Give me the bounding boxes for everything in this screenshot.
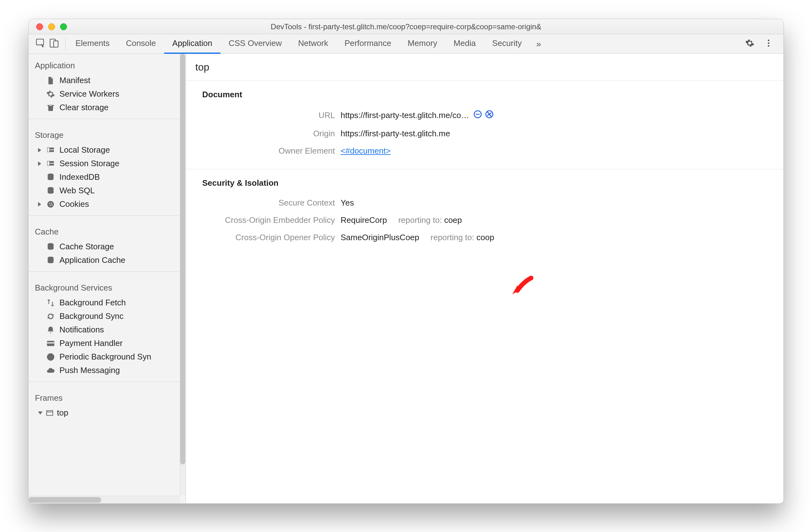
- sidebar-item-clear-storage[interactable]: Clear storage: [29, 101, 186, 114]
- tabs-overflow-icon[interactable]: »: [530, 39, 548, 49]
- settings-icon[interactable]: [745, 38, 754, 50]
- row-secure-context: Secure Context Yes: [202, 194, 783, 212]
- expand-icon[interactable]: [38, 148, 41, 152]
- cookie-icon: [46, 200, 55, 209]
- reveal-icon[interactable]: [473, 110, 482, 119]
- scrollbar-thumb[interactable]: [29, 497, 101, 503]
- row-label: Secure Context: [202, 198, 340, 208]
- owner-element-link[interactable]: <#document>: [340, 146, 391, 156]
- group-title: Document: [202, 90, 783, 106]
- sidebar-item-periodic-sync[interactable]: Periodic Background Syn: [29, 350, 186, 364]
- sidebar-item-background-fetch[interactable]: Background Fetch: [29, 296, 186, 309]
- tab-elements[interactable]: Elements: [67, 34, 118, 54]
- collapse-icon[interactable]: [38, 411, 42, 415]
- database-icon: [46, 242, 55, 251]
- tab-label: Console: [126, 38, 156, 48]
- svg-point-5: [768, 45, 770, 46]
- kebab-menu-icon[interactable]: [764, 38, 773, 50]
- database-icon: [46, 173, 55, 182]
- tab-application[interactable]: Application: [164, 34, 220, 54]
- group-title: Security & Isolation: [202, 178, 783, 194]
- titlebar: DevTools - first-party-test.glitch.me/co…: [29, 19, 783, 34]
- device-toolbar-icon[interactable]: [49, 38, 59, 51]
- sidebar-item-manifest[interactable]: Manifest: [29, 74, 186, 87]
- sidebar-item-session-storage[interactable]: Session Storage: [29, 157, 186, 170]
- tab-network[interactable]: Network: [290, 34, 336, 54]
- group-document: Document URL https://first-party-test.gl…: [186, 81, 783, 163]
- coep-value: RequireCorp: [340, 215, 387, 225]
- sidebar-item-service-workers[interactable]: Service Workers: [29, 87, 186, 101]
- panel-header: top: [186, 54, 783, 81]
- annotation-arrow: [510, 274, 535, 299]
- trash-icon: [46, 103, 55, 112]
- traffic-lights: [29, 23, 67, 30]
- sidebar-item-background-sync[interactable]: Background Sync: [29, 309, 186, 323]
- toolbar: Elements Console Application CSS Overvie…: [29, 34, 783, 54]
- sidebar-scrollbar-horizontal[interactable]: [29, 496, 180, 503]
- sidebar-item-application-cache[interactable]: Application Cache: [29, 253, 186, 267]
- clock-icon: [46, 353, 55, 361]
- row-url: URL https://first-party-test.glitch.me/c…: [202, 106, 783, 125]
- tab-css-overview[interactable]: CSS Overview: [220, 34, 290, 54]
- sidebar-section-cache: Cache: [29, 220, 186, 240]
- zoom-window-button[interactable]: [60, 23, 67, 30]
- url-value: https://first-party-test.glitch.me/co…: [340, 111, 469, 120]
- sidebar-item-payment-handler[interactable]: Payment Handler: [29, 337, 186, 350]
- frame-icon: [46, 409, 54, 417]
- svg-point-3: [768, 39, 770, 41]
- network-icon[interactable]: [484, 110, 494, 119]
- tab-label: Elements: [75, 38, 110, 48]
- window-title: DevTools - first-party-test.glitch.me/co…: [29, 22, 783, 31]
- origin-value: https://first-party-test.glitch.me: [340, 129, 450, 139]
- row-owner-element: Owner Element <#document>: [202, 142, 783, 159]
- sidebar-item-web-sql[interactable]: Web SQL: [29, 184, 186, 197]
- tab-label: Security: [492, 38, 522, 48]
- row-label: Cross-Origin Embedder Policy: [202, 215, 340, 225]
- sidebar-item-local-storage[interactable]: Local Storage: [29, 143, 186, 157]
- expand-icon[interactable]: [38, 202, 41, 207]
- sidebar-item-label: top: [57, 408, 68, 418]
- main-panel: top Document URL https://first-party-tes…: [186, 54, 783, 503]
- expand-icon[interactable]: [38, 162, 41, 166]
- coep-reporting-label: reporting to:: [398, 215, 442, 225]
- tab-memory[interactable]: Memory: [400, 34, 445, 54]
- sidebar-item-label: Service Workers: [59, 89, 119, 99]
- sync-icon: [46, 312, 55, 321]
- sidebar-scrollbar-vertical[interactable]: [180, 54, 186, 495]
- sidebar-item-frame-top[interactable]: top: [29, 406, 186, 420]
- tab-label: Memory: [408, 38, 437, 48]
- close-window-button[interactable]: [36, 23, 43, 30]
- tab-console[interactable]: Console: [118, 34, 164, 54]
- sidebar-item-cache-storage[interactable]: Cache Storage: [29, 240, 186, 253]
- scrollbar-thumb[interactable]: [180, 54, 185, 464]
- sidebar-item-cookies[interactable]: Cookies: [29, 197, 186, 211]
- svg-rect-8: [47, 147, 50, 152]
- content: Application Manifest Service Workers Cle…: [29, 54, 783, 503]
- row-coop: Cross-Origin Opener Policy SameOriginPlu…: [202, 229, 783, 246]
- sidebar-item-push-messaging[interactable]: Push Messaging: [29, 364, 186, 377]
- toolbar-divider: [65, 38, 66, 50]
- inspect-element-icon[interactable]: [35, 38, 46, 51]
- tab-performance[interactable]: Performance: [336, 34, 400, 54]
- coop-value: SameOriginPlusCoep: [340, 233, 419, 242]
- row-origin: Origin https://first-party-test.glitch.m…: [202, 125, 783, 142]
- table-icon: [46, 146, 55, 155]
- tab-label: Network: [298, 38, 328, 48]
- row-label: URL: [202, 111, 340, 120]
- sidebar-item-notifications[interactable]: Notifications: [29, 323, 186, 337]
- sidebar-item-label: Application Cache: [59, 255, 126, 265]
- svg-rect-24: [46, 410, 53, 415]
- svg-point-18: [52, 204, 53, 206]
- gear-icon: [46, 90, 55, 99]
- row-label: Owner Element: [202, 146, 340, 156]
- sidebar-item-label: Clear storage: [59, 103, 108, 112]
- minimize-window-button[interactable]: [48, 23, 55, 30]
- tab-media[interactable]: Media: [445, 34, 484, 54]
- tab-security[interactable]: Security: [484, 34, 530, 54]
- svg-point-15: [49, 203, 50, 204]
- svg-rect-11: [47, 161, 50, 165]
- sidebar-item-label: Periodic Background Syn: [59, 352, 151, 362]
- sidebar-item-label: Push Messaging: [59, 365, 120, 375]
- sidebar-section-application: Application: [29, 54, 186, 74]
- sidebar-item-indexeddb[interactable]: IndexedDB: [29, 170, 186, 184]
